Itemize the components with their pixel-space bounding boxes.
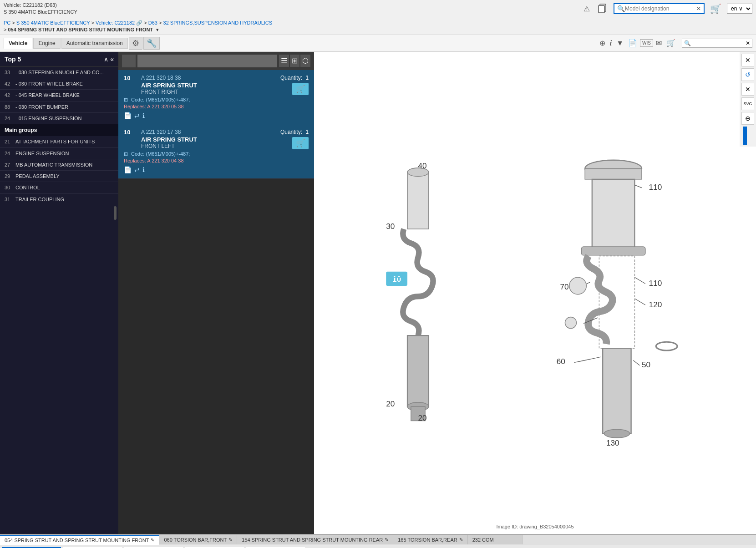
cart-toolbar-icon[interactable]: 🛒 [665,38,677,48]
svg-point-20 [604,429,629,438]
info-icon[interactable]: i [608,38,614,48]
svg-line-22 [634,185,642,188]
toolbar: Vehicle Engine Automatic transmission ⚙ … [0,35,756,52]
copy-icon[interactable] [595,2,610,15]
vehicle-line2: S 350 4MATIC BlueEFFICIENCY [4,9,77,15]
svg-text:40: 40 [418,161,426,170]
sidebar-item-31[interactable]: 31 TRAILER COUPLING [0,194,118,205]
close-diagram-icon[interactable]: ✕ [741,54,754,66]
bottom-tab-232[interactable]: 232 COM [468,535,523,544]
sidebar-double-arrow-icon[interactable]: « [110,56,114,63]
sidebar-item-29[interactable]: 29 PEDAL ASSEMBLY [0,171,118,182]
grid-view-icon[interactable]: ⊞ [290,55,299,67]
part-1-info-circle-icon[interactable]: ℹ [142,112,145,119]
svg-text:20: 20 [418,413,426,422]
filter-icon[interactable]: ▼ [614,38,625,48]
part-1-exchange-icon[interactable]: ⇄ [134,112,140,119]
tab-054-edit-icon[interactable]: ✎ [151,538,154,543]
part-1-details: A 221 320 18 38 AIR SPRING STRUT FRONT R… [141,75,277,95]
svg-line-32 [574,357,601,362]
expand-view-icon[interactable]: ⬡ [300,55,310,67]
part-2-action-icons: 📄 ⇄ ℹ [124,166,309,173]
tab-auto-trans[interactable]: Automatic transmission [61,38,128,49]
thumbnail-strip [0,545,756,548]
sidebar-item-88[interactable]: 88 - 030 FRONT BUMPER [0,101,118,113]
toolbar-search-box[interactable]: 🔍 ✕ [682,39,752,48]
svg-point-36 [569,277,586,294]
svg-text:20: 20 [386,399,395,408]
zoom-out-diagram-icon[interactable]: ⊖ [741,112,754,125]
clear-search-icon[interactable]: ✕ [696,5,701,12]
tab-engine[interactable]: Engine [33,38,60,49]
toolbar-search-clear[interactable]: ✕ [746,40,750,46]
doc-icon[interactable]: 📄 [626,38,639,48]
tab-vehicle[interactable]: Vehicle [4,38,32,49]
sidebar-item-27[interactable]: 27 MB AUTOMATIC TRANSMISSION [0,159,118,171]
warning-icon[interactable]: ⚠ [582,4,592,14]
list-view-icon[interactable]: ☰ [279,55,289,67]
sidebar-item-42-045[interactable]: 42 - 045 REAR WHEEL BRAKE [0,90,118,101]
tab-232-label: 232 COM [472,537,494,543]
part-2-qty-area: Quantity: 1 🛒 [280,129,309,149]
sidebar-item-24-015[interactable]: 24 - 015 ENGINE SUSPENSION [0,113,118,124]
part-2-qty-label: Quantity: 1 [280,129,309,135]
breadcrumb-vehicle[interactable]: Vehicle: C221182 [96,20,135,25]
svg-text:60: 60 [556,356,565,365]
part-card-2[interactable]: 10 A 221 320 17 38 AIR SPRING STRUT FRON… [118,124,314,178]
svg-line-24 [634,277,645,284]
sidebar-item-42-030[interactable]: 42 - 030 FRONT WHEEL BRAKE [0,78,118,90]
part-card-1[interactable]: 10 A 221 320 18 38 AIR SPRING STRUT FRON… [118,70,314,124]
qty-label-2: Quantity: [280,129,302,135]
part-2-info-circle-icon[interactable]: ℹ [142,166,145,173]
toolbar-search-input[interactable] [691,40,746,46]
qty-val-1: 1 [305,75,309,81]
part-1-doc-icon[interactable]: 📄 [124,112,132,119]
sidebar-collapse-icon[interactable]: ∧ [104,56,108,63]
blue-indicator [743,127,747,145]
history-icon[interactable]: ↺ [741,68,754,81]
part-2-code: ⊞ Code: (M651/M005)+-487; [124,151,309,157]
add-to-cart-btn-2[interactable]: 🛒 [292,137,309,149]
bottom-tab-060[interactable]: 060 TORSION BAR,FRONT ✎ [159,535,237,544]
parts-search-input[interactable] [137,55,277,67]
wis-icon[interactable]: WIS [640,39,653,47]
zoom-in-icon[interactable]: ⊕ [598,38,607,48]
bottom-tab-154[interactable]: 154 SPRING STRUT AND SPRING STRUT MOUNTI… [237,535,393,544]
part-2-exchange-icon[interactable]: ⇄ [134,166,140,173]
breadcrumb-d63[interactable]: D63 [148,20,157,25]
bottom-tab-054[interactable]: 054 SPRING STRUT AND SPRING STRUT MOUNTI… [0,535,159,545]
breadcrumb-32[interactable]: 32 SPRINGS,SUSPENSION AND HYDRAULICS [163,20,273,25]
part-2-doc-icon[interactable]: 📄 [124,166,132,173]
sidebar-main-groups-list: 21 ATTACHMENT PARTS FOR UNITS 24 ENGINE … [0,136,118,221]
sidebar-item-24[interactable]: 24 ENGINE SUSPENSION [0,148,118,159]
part-2-replaces: Replaces: A 221 320 04 38 [124,158,309,163]
add-to-cart-btn-1[interactable]: 🛒 [292,83,309,95]
zoom-diagram-icon[interactable]: ✕ [741,83,754,96]
bottom-tab-165[interactable]: 165 TORSION BAR,REAR ✎ [393,535,467,544]
sidebar-item-33[interactable]: 33 - 030 STEERING KNUCKLE AND CO... [0,67,118,78]
tab-154-edit-icon[interactable]: ✎ [385,537,388,542]
model-search-box[interactable]: 🔍 ✕ [614,3,705,14]
language-select[interactable]: en ∨ [727,4,752,14]
sidebar-item-21[interactable]: 21 ATTACHMENT PARTS FOR UNITS [0,136,118,147]
sidebar-item-30[interactable]: 30 CONTROL [0,182,118,193]
toolbar-icons: ⊕ i ▼ 📄 WIS ✉ 🛒 🔍 ✕ [598,38,752,48]
mail-icon[interactable]: ✉ [654,38,664,48]
svg-rect-1 [599,5,604,13]
wrench-icon[interactable]: 🔧 [143,37,160,50]
svg-line-26 [634,299,645,305]
breadcrumb-dropdown-icon[interactable]: ▾ [156,27,159,32]
cart-icon[interactable]: 🛒 [708,2,723,15]
breadcrumb-pc[interactable]: PC [4,20,10,25]
tab-060-edit-icon[interactable]: ✎ [228,537,232,542]
tab-060-label: 060 TORSION BAR,FRONT [164,537,227,543]
settings-icon[interactable]: ⚙ [129,37,142,50]
svg-icon[interactable]: SVG [741,97,754,110]
sidebar-top5-list: 33 - 030 STEERING KNUCKLE AND CO... 42 -… [0,67,118,124]
model-search-input[interactable] [625,5,696,12]
breadcrumb-s350[interactable]: S 350 4MATIC BlueEFFICIENCY [16,20,90,25]
part-card-2-row1: 10 A 221 320 17 38 AIR SPRING STRUT FRON… [124,129,309,149]
svg-text:110: 110 [649,279,662,288]
code-text-1: Code: (M651/M005)+-487; [131,97,190,102]
tab-165-edit-icon[interactable]: ✎ [459,537,463,542]
